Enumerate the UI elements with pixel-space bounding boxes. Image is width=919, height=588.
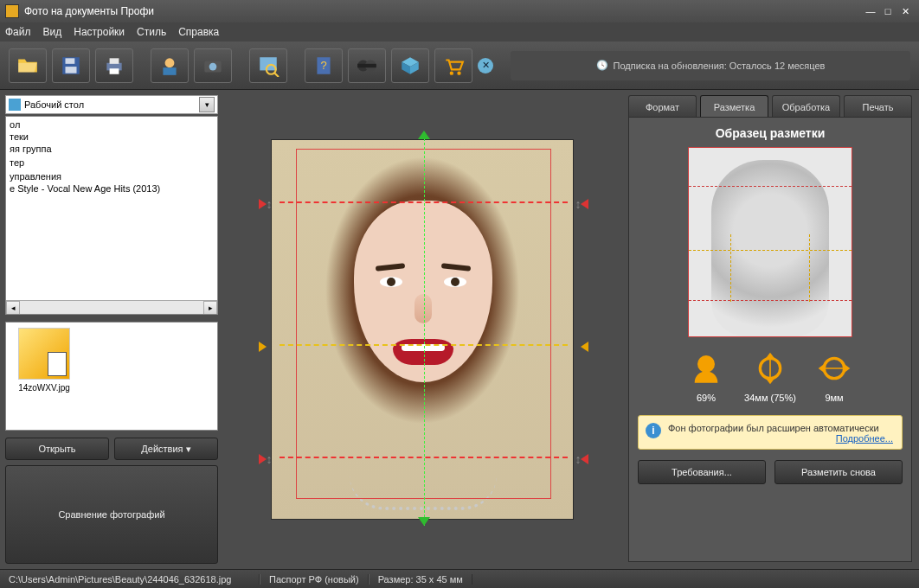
top-guide[interactable] bbox=[280, 201, 568, 203]
menubar: Файл Вид Настройки Стиль Справка bbox=[0, 22, 919, 42]
info-link[interactable]: Подробнее... bbox=[668, 433, 893, 444]
tab-format[interactable]: Формат bbox=[628, 95, 697, 118]
markup-panel: Образец разметки 69% 34мм (75%) 9мм bbox=[628, 117, 912, 562]
subscription-text: Подписка на обновления: Осталось 12 меся… bbox=[614, 61, 826, 71]
status-doctype: Паспорт РФ (новый) bbox=[260, 574, 369, 585]
id-photo-button[interactable] bbox=[151, 48, 189, 83]
app-icon bbox=[5, 4, 19, 18]
photo-canvas[interactable]: ↕ ↕ ↕ ↕ bbox=[271, 139, 574, 520]
h-scrollbar[interactable]: ◂ ▸ bbox=[6, 300, 217, 314]
chevron-down-icon[interactable]: ▾ bbox=[199, 97, 215, 112]
menu-settings[interactable]: Настройки bbox=[74, 26, 125, 38]
requirements-button[interactable]: Требования... bbox=[638, 460, 766, 484]
list-item[interactable]: ол bbox=[6, 118, 217, 131]
sample-preview bbox=[688, 147, 852, 337]
svg-rect-17 bbox=[357, 63, 376, 67]
window-title: Фото на документы Профи bbox=[24, 5, 154, 17]
resize-arrows-icon: ↕ bbox=[573, 196, 583, 212]
open-button[interactable]: Открыть bbox=[5, 438, 109, 460]
thumbnail-item[interactable]: 14zoWXV.jpg bbox=[11, 328, 77, 393]
center-guide[interactable] bbox=[424, 134, 425, 526]
thumbnail-label: 14zoWXV.jpg bbox=[18, 383, 70, 393]
statusbar: C:\Users\Admin\Pictures\Beauty\244046_63… bbox=[0, 569, 919, 588]
subscription-bar: 🕓 Подписка на обновления: Осталось 12 ме… bbox=[511, 51, 910, 80]
preview-button[interactable] bbox=[249, 48, 287, 83]
svg-line-12 bbox=[275, 73, 279, 76]
editor-canvas[interactable]: ↕ ↕ ↕ ↕ bbox=[223, 90, 621, 569]
toolbar: ? ✕ 🕓 Подписка на обновления: Осталось 1… bbox=[0, 42, 919, 90]
folder-list[interactable]: ол теки яя группа тер управления e Style… bbox=[5, 116, 218, 315]
location-label: Рабочий стол bbox=[24, 99, 84, 110]
svg-rect-7 bbox=[163, 67, 176, 75]
tab-markup[interactable]: Разметка bbox=[700, 95, 768, 118]
info-text: Фон фотографии был расширен автоматическ… bbox=[668, 423, 879, 433]
menu-file[interactable]: Файл bbox=[5, 26, 31, 38]
head-ratio-icon bbox=[685, 348, 727, 389]
svg-point-23 bbox=[697, 355, 715, 373]
svg-marker-30 bbox=[819, 364, 825, 373]
tab-processing[interactable]: Обработка bbox=[772, 95, 840, 118]
eye-guide[interactable] bbox=[280, 344, 568, 346]
video-button[interactable] bbox=[348, 48, 386, 83]
list-item[interactable]: теки bbox=[6, 131, 217, 143]
list-item[interactable]: управления bbox=[6, 170, 217, 182]
maximize-button[interactable]: □ bbox=[879, 4, 897, 18]
svg-rect-4 bbox=[110, 58, 119, 64]
open-folder-button[interactable] bbox=[9, 48, 47, 83]
minimize-button[interactable]: — bbox=[862, 4, 879, 18]
svg-text:?: ? bbox=[320, 59, 326, 72]
main-area: Рабочий стол ▾ ол теки яя группа тер упр… bbox=[0, 90, 919, 569]
svg-rect-10 bbox=[260, 57, 277, 70]
guide-handle-right[interactable] bbox=[581, 342, 588, 352]
scroll-left-icon[interactable]: ◂ bbox=[6, 301, 20, 315]
svg-point-21 bbox=[450, 71, 453, 74]
package-button[interactable] bbox=[391, 48, 429, 83]
list-item[interactable]: e Style - Vocal New Age Hits (2013) bbox=[6, 182, 217, 195]
metric-head-height: 34мм (75%) bbox=[742, 348, 798, 403]
menu-view[interactable]: Вид bbox=[43, 26, 62, 38]
compare-button[interactable]: Сравнение фотографий bbox=[5, 465, 218, 564]
guide-handle-top[interactable] bbox=[418, 131, 430, 139]
close-button[interactable]: ✕ bbox=[897, 4, 914, 18]
right-panel: Формат Разметка Обработка Печать Образец… bbox=[621, 90, 919, 569]
svg-marker-31 bbox=[845, 364, 851, 373]
print-button[interactable] bbox=[95, 48, 133, 83]
tabs: Формат Разметка Обработка Печать bbox=[628, 95, 912, 118]
panel-title: Образец разметки bbox=[716, 126, 826, 140]
status-path: C:\Users\Admin\Pictures\Beauty\244046_63… bbox=[0, 574, 260, 585]
info-icon: i bbox=[646, 423, 661, 438]
list-item[interactable]: яя группа bbox=[6, 143, 217, 155]
resize-arrows-icon: ↕ bbox=[573, 451, 583, 467]
thumbnail-pane[interactable]: 14zoWXV.jpg bbox=[5, 322, 218, 431]
svg-point-9 bbox=[209, 62, 217, 70]
svg-point-22 bbox=[457, 71, 460, 74]
toolbar-close-icon[interactable]: ✕ bbox=[478, 58, 493, 74]
menu-style[interactable]: Стиль bbox=[137, 26, 166, 38]
camera-button[interactable] bbox=[194, 48, 232, 83]
tab-print[interactable]: Печать bbox=[844, 95, 912, 118]
location-dropdown[interactable]: Рабочий стол ▾ bbox=[5, 95, 218, 114]
clock-icon: 🕓 bbox=[596, 60, 608, 71]
save-button[interactable] bbox=[52, 48, 90, 83]
head-width-icon bbox=[813, 348, 855, 389]
actions-button[interactable]: Действия ▾ bbox=[114, 438, 218, 460]
svg-point-6 bbox=[165, 58, 175, 67]
remark-button[interactable]: Разметить снова bbox=[774, 460, 903, 484]
metric-head-width: 9мм bbox=[807, 348, 862, 403]
status-size: Размер: 35 x 45 мм bbox=[369, 574, 472, 585]
cart-button[interactable] bbox=[434, 48, 472, 83]
svg-rect-2 bbox=[66, 67, 77, 74]
guide-handle-left[interactable] bbox=[259, 342, 267, 352]
guide-handle-bottom[interactable] bbox=[418, 517, 430, 526]
resize-arrows-icon: ↕ bbox=[264, 451, 274, 467]
svg-rect-5 bbox=[110, 68, 119, 74]
menu-help[interactable]: Справка bbox=[178, 26, 219, 38]
crop-frame[interactable]: ↕ ↕ ↕ ↕ bbox=[296, 149, 551, 499]
info-box: i Фон фотографии был расширен автоматиче… bbox=[638, 415, 903, 450]
svg-marker-26 bbox=[766, 353, 774, 359]
help-book-button[interactable]: ? bbox=[305, 48, 343, 83]
titlebar: Фото на документы Профи — □ ✕ bbox=[0, 0, 919, 22]
chin-guide[interactable] bbox=[280, 457, 568, 458]
list-item[interactable]: тер bbox=[6, 157, 217, 169]
scroll-right-icon[interactable]: ▸ bbox=[203, 301, 217, 315]
